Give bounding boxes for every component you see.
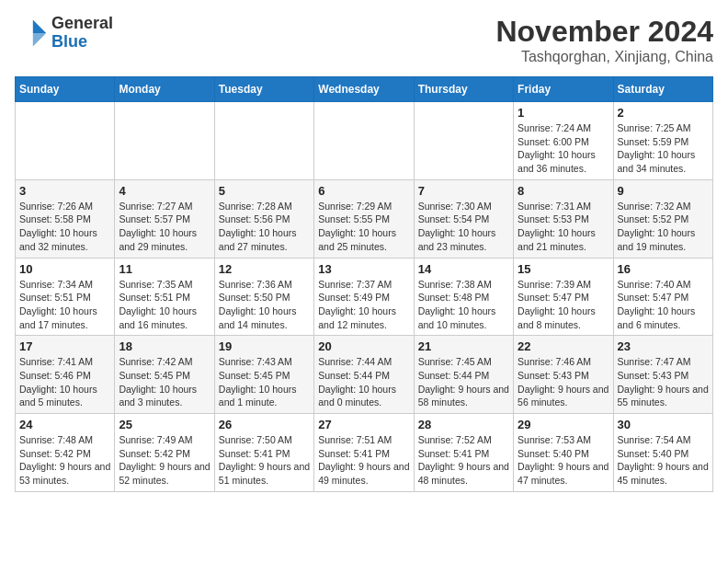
calendar-cell: 24Sunrise: 7:48 AM Sunset: 5:42 PM Dayli…: [16, 414, 115, 492]
month-year-title: November 2024: [495, 15, 713, 49]
day-number: 28: [418, 418, 509, 431]
day-info: Sunrise: 7:28 AM Sunset: 5:56 PM Dayligh…: [219, 200, 310, 254]
day-info: Sunrise: 7:31 AM Sunset: 5:53 PM Dayligh…: [518, 200, 609, 254]
calendar-cell: 7Sunrise: 7:30 AM Sunset: 5:54 PM Daylig…: [414, 179, 513, 258]
calendar-cell: 29Sunrise: 7:53 AM Sunset: 5:40 PM Dayli…: [514, 414, 613, 492]
calendar-cell: 2Sunrise: 7:25 AM Sunset: 5:59 PM Daylig…: [613, 102, 712, 180]
day-info: Sunrise: 7:50 AM Sunset: 5:41 PM Dayligh…: [219, 433, 310, 488]
day-info: Sunrise: 7:54 AM Sunset: 5:40 PM Dayligh…: [618, 433, 709, 488]
weekday-header-tuesday: Tuesday: [214, 77, 313, 102]
logo-icon: [15, 17, 48, 50]
day-info: Sunrise: 7:44 AM Sunset: 5:44 PM Dayligh…: [318, 355, 409, 409]
calendar-cell: 15Sunrise: 7:39 AM Sunset: 5:47 PM Dayli…: [514, 258, 613, 336]
day-number: 6: [318, 184, 409, 198]
calendar-cell: 30Sunrise: 7:54 AM Sunset: 5:40 PM Dayli…: [613, 414, 712, 492]
weekday-header-monday: Monday: [115, 77, 214, 102]
calendar-cell: 22Sunrise: 7:46 AM Sunset: 5:43 PM Dayli…: [514, 336, 613, 414]
day-number: 8: [518, 184, 609, 198]
calendar-cell: 16Sunrise: 7:40 AM Sunset: 5:47 PM Dayli…: [613, 258, 712, 336]
day-info: Sunrise: 7:32 AM Sunset: 5:52 PM Dayligh…: [618, 200, 709, 254]
calendar-cell: 20Sunrise: 7:44 AM Sunset: 5:44 PM Dayli…: [314, 336, 414, 414]
day-number: 9: [618, 184, 709, 198]
day-number: 18: [119, 339, 210, 353]
day-number: 19: [219, 339, 310, 353]
calendar-week-row: 1Sunrise: 7:24 AM Sunset: 6:00 PM Daylig…: [16, 102, 713, 180]
page-header: General Blue November 2024 Tashqorghan, …: [15, 15, 713, 65]
calendar-week-row: 24Sunrise: 7:48 AM Sunset: 5:42 PM Dayli…: [16, 414, 713, 492]
day-number: 7: [418, 184, 509, 198]
day-info: Sunrise: 7:26 AM Sunset: 5:58 PM Dayligh…: [19, 200, 110, 254]
calendar-cell: 10Sunrise: 7:34 AM Sunset: 5:51 PM Dayli…: [16, 258, 115, 336]
calendar-cell: 5Sunrise: 7:28 AM Sunset: 5:56 PM Daylig…: [214, 179, 313, 258]
day-info: Sunrise: 7:51 AM Sunset: 5:41 PM Dayligh…: [318, 433, 409, 488]
calendar-week-row: 17Sunrise: 7:41 AM Sunset: 5:46 PM Dayli…: [16, 336, 713, 414]
day-info: Sunrise: 7:53 AM Sunset: 5:40 PM Dayligh…: [518, 433, 609, 488]
calendar-cell: 4Sunrise: 7:27 AM Sunset: 5:57 PM Daylig…: [115, 179, 214, 258]
calendar-cell: 17Sunrise: 7:41 AM Sunset: 5:46 PM Dayli…: [16, 336, 115, 414]
day-number: 12: [219, 262, 310, 276]
calendar-cell: [414, 102, 513, 180]
day-number: 11: [119, 262, 210, 276]
calendar-cell: 8Sunrise: 7:31 AM Sunset: 5:53 PM Daylig…: [514, 179, 613, 258]
weekday-header-saturday: Saturday: [613, 77, 712, 102]
day-number: 22: [518, 339, 609, 353]
calendar-cell: 27Sunrise: 7:51 AM Sunset: 5:41 PM Dayli…: [314, 414, 414, 492]
day-number: 4: [119, 184, 210, 198]
svg-marker-1: [33, 33, 46, 46]
day-info: Sunrise: 7:40 AM Sunset: 5:47 PM Dayligh…: [618, 278, 709, 332]
day-info: Sunrise: 7:43 AM Sunset: 5:45 PM Dayligh…: [219, 355, 310, 409]
day-info: Sunrise: 7:49 AM Sunset: 5:42 PM Dayligh…: [119, 433, 210, 488]
day-number: 3: [19, 184, 110, 198]
weekday-header-thursday: Thursday: [414, 77, 513, 102]
calendar-cell: 18Sunrise: 7:42 AM Sunset: 5:45 PM Dayli…: [115, 336, 214, 414]
day-number: 1: [518, 106, 609, 120]
calendar-table: SundayMondayTuesdayWednesdayThursdayFrid…: [15, 76, 713, 492]
calendar-cell: 11Sunrise: 7:35 AM Sunset: 5:51 PM Dayli…: [115, 258, 214, 336]
calendar-week-row: 3Sunrise: 7:26 AM Sunset: 5:58 PM Daylig…: [16, 179, 713, 258]
calendar-cell: [115, 102, 214, 180]
calendar-cell: 28Sunrise: 7:52 AM Sunset: 5:41 PM Dayli…: [414, 414, 513, 492]
day-info: Sunrise: 7:34 AM Sunset: 5:51 PM Dayligh…: [19, 278, 110, 332]
day-info: Sunrise: 7:52 AM Sunset: 5:41 PM Dayligh…: [418, 433, 509, 488]
day-info: Sunrise: 7:30 AM Sunset: 5:54 PM Dayligh…: [418, 200, 509, 254]
calendar-cell: 25Sunrise: 7:49 AM Sunset: 5:42 PM Dayli…: [115, 414, 214, 492]
day-number: 10: [19, 262, 110, 276]
day-info: Sunrise: 7:39 AM Sunset: 5:47 PM Dayligh…: [518, 278, 609, 332]
calendar-cell: 12Sunrise: 7:36 AM Sunset: 5:50 PM Dayli…: [214, 258, 313, 336]
day-number: 2: [618, 106, 709, 120]
day-info: Sunrise: 7:36 AM Sunset: 5:50 PM Dayligh…: [219, 278, 310, 332]
day-info: Sunrise: 7:38 AM Sunset: 5:48 PM Dayligh…: [418, 278, 509, 332]
calendar-cell: 19Sunrise: 7:43 AM Sunset: 5:45 PM Dayli…: [214, 336, 313, 414]
day-info: Sunrise: 7:29 AM Sunset: 5:55 PM Dayligh…: [318, 200, 409, 254]
day-number: 13: [318, 262, 409, 276]
day-number: 29: [518, 418, 609, 431]
day-info: Sunrise: 7:47 AM Sunset: 5:43 PM Dayligh…: [618, 355, 709, 409]
day-number: 25: [119, 418, 210, 431]
day-info: Sunrise: 7:46 AM Sunset: 5:43 PM Dayligh…: [518, 355, 609, 409]
day-number: 30: [618, 418, 709, 431]
day-number: 23: [618, 339, 709, 353]
day-info: Sunrise: 7:48 AM Sunset: 5:42 PM Dayligh…: [19, 433, 110, 488]
calendar-cell: 21Sunrise: 7:45 AM Sunset: 5:44 PM Dayli…: [414, 336, 513, 414]
weekday-header-wednesday: Wednesday: [314, 77, 414, 102]
svg-marker-0: [33, 19, 46, 32]
calendar-cell: 9Sunrise: 7:32 AM Sunset: 5:52 PM Daylig…: [613, 179, 712, 258]
logo: General Blue: [15, 15, 113, 52]
day-number: 14: [418, 262, 509, 276]
day-info: Sunrise: 7:45 AM Sunset: 5:44 PM Dayligh…: [418, 355, 509, 409]
day-info: Sunrise: 7:24 AM Sunset: 6:00 PM Dayligh…: [518, 121, 609, 176]
calendar-cell: [314, 102, 414, 180]
title-block: November 2024 Tashqorghan, Xinjiang, Chi…: [495, 15, 713, 65]
day-number: 20: [318, 339, 409, 353]
day-info: Sunrise: 7:27 AM Sunset: 5:57 PM Dayligh…: [119, 200, 210, 254]
day-number: 15: [518, 262, 609, 276]
weekday-header-row: SundayMondayTuesdayWednesdayThursdayFrid…: [16, 77, 713, 102]
day-info: Sunrise: 7:37 AM Sunset: 5:49 PM Dayligh…: [318, 278, 409, 332]
day-number: 21: [418, 339, 509, 353]
calendar-cell: 23Sunrise: 7:47 AM Sunset: 5:43 PM Dayli…: [613, 336, 712, 414]
calendar-cell: 13Sunrise: 7:37 AM Sunset: 5:49 PM Dayli…: [314, 258, 414, 336]
day-info: Sunrise: 7:41 AM Sunset: 5:46 PM Dayligh…: [19, 355, 110, 409]
weekday-header-sunday: Sunday: [16, 77, 115, 102]
logo-text: General Blue: [51, 15, 113, 52]
calendar-cell: 1Sunrise: 7:24 AM Sunset: 6:00 PM Daylig…: [514, 102, 613, 180]
